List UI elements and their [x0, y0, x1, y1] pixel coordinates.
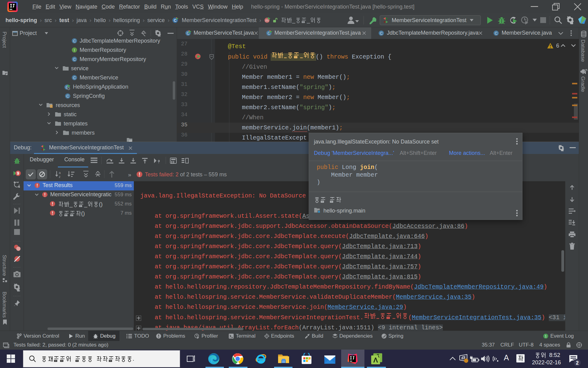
svg-text:C: C — [73, 39, 76, 43]
svg-text:C: C — [380, 31, 383, 36]
svg-text:2: 2 — [576, 360, 579, 366]
svg-text:C: C — [66, 94, 69, 98]
svg-text:C: C — [495, 31, 497, 36]
svg-text:I: I — [158, 161, 159, 164]
svg-text:C: C — [73, 76, 76, 80]
svg-text:a: a — [59, 171, 61, 174]
svg-text:C: C — [73, 57, 76, 62]
svg-text:9: 9 — [17, 171, 19, 176]
svg-text:z: z — [59, 175, 61, 178]
svg-text:I: I — [74, 48, 75, 52]
svg-text:1: 1 — [545, 334, 547, 338]
